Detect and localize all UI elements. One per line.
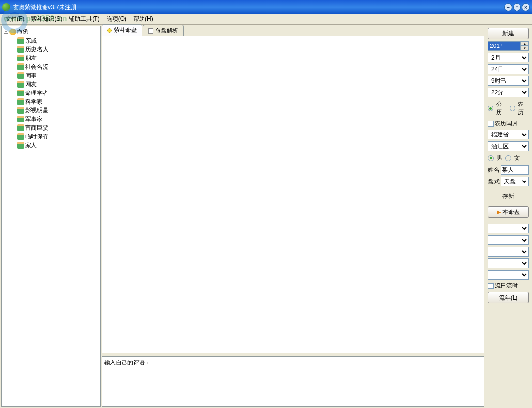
tabs: 紫斗命盘 命盘解析 (102, 26, 484, 36)
tree-item-label: 网友 (25, 80, 37, 88)
main-plate-label: 本命盘 (502, 208, 520, 216)
year-value[interactable]: 2017 (488, 41, 521, 51)
tree-item-3[interactable]: 社会名流 (16, 62, 99, 71)
tree-root[interactable]: - 命例 (3, 27, 99, 36)
comment-input[interactable] (102, 356, 484, 407)
tree-item-10[interactable]: 富商巨贾 (16, 123, 99, 132)
extra-select-2[interactable] (488, 235, 529, 245)
district-select[interactable]: 涵江区 (488, 141, 529, 151)
menu-help[interactable]: 帮助(H) (130, 14, 156, 24)
menu-file[interactable]: 文件(F) (2, 14, 27, 24)
tab-analysis-label: 命盘解析 (155, 27, 178, 35)
file-icon (148, 28, 153, 34)
solar-radio[interactable] (488, 106, 493, 111)
plate-select[interactable]: 天盘 (501, 177, 529, 186)
tree-item-5[interactable]: 网友 (16, 80, 99, 89)
menu-tools[interactable]: 辅助工具(T) (66, 14, 102, 24)
day-select[interactable]: 24日 (488, 64, 529, 74)
name-input[interactable] (501, 165, 529, 175)
tree-item-11[interactable]: 临时保存 (16, 132, 99, 141)
tree-item-2[interactable]: 朋友 (16, 54, 99, 62)
extra-select-5[interactable] (488, 270, 529, 280)
leap-label: 农历闰月 (495, 120, 518, 128)
tree-item-6[interactable]: 命理学者 (16, 89, 99, 97)
flow-label: 流日流时 (495, 282, 518, 290)
menu-options[interactable]: 选项(O) (104, 14, 129, 24)
person-icon (17, 37, 24, 44)
close-button[interactable]: × (522, 3, 530, 11)
window-title: 玄奥紫微推命v3.7未注册 (13, 3, 504, 12)
minute-select[interactable]: 22分 (488, 88, 529, 97)
person-icon (17, 81, 24, 88)
tree-item-9[interactable]: 军事家 (16, 115, 99, 123)
person-icon (17, 133, 24, 140)
tab-zidou-label: 紫斗命盘 (114, 26, 137, 34)
solar-label: 公历 (496, 100, 507, 117)
extra-select-4[interactable] (488, 258, 529, 268)
tree-item-7[interactable]: 科学家 (16, 97, 99, 106)
tree-item-label: 同事 (25, 72, 37, 79)
year-down[interactable]: ▼ (521, 46, 529, 51)
tree-item-label: 亲戚 (25, 37, 37, 45)
year-up[interactable]: ▲ (521, 41, 529, 46)
flow-checkbox[interactable] (488, 283, 494, 289)
save-new-label[interactable]: 存新 (488, 192, 529, 200)
name-label: 姓名 (488, 166, 500, 174)
person-icon (17, 72, 24, 79)
tree-item-label: 社会名流 (25, 63, 48, 71)
extra-select-3[interactable] (488, 247, 529, 257)
tree-item-label: 朋友 (25, 54, 37, 62)
minimize-button[interactable]: – (504, 3, 512, 11)
chart-area (102, 36, 484, 353)
person-icon (17, 98, 24, 105)
flow-row: 流日流时 (488, 282, 529, 290)
new-button[interactable]: 新建 (488, 28, 529, 39)
menu-knowledge[interactable]: 紫斗知识(S) (28, 14, 65, 24)
lunar-label: 农历 (518, 100, 529, 117)
person-icon (17, 124, 24, 131)
app-icon (2, 3, 10, 11)
month-select[interactable]: 2月 (488, 53, 529, 62)
person-icon (17, 55, 24, 61)
tree-item-label: 家人 (25, 141, 37, 149)
right-panel: 新建 2017 ▲ ▼ 2月 24日 9时巳 22分 (485, 25, 532, 408)
hour-select[interactable]: 9时巳 (488, 76, 529, 86)
tree-item-label: 临时保存 (25, 133, 48, 140)
tree-item-label: 军事家 (25, 115, 43, 123)
tab-zidou[interactable]: 紫斗命盘 (102, 24, 142, 36)
year-spinner[interactable]: 2017 ▲ ▼ (488, 41, 529, 51)
leap-row: 农历闰月 (488, 120, 529, 128)
tree-item-4[interactable]: 同事 (16, 71, 99, 80)
tree-item-12[interactable]: 家人 (16, 141, 99, 150)
female-label: 女 (514, 154, 520, 162)
tree-item-label: 命理学者 (25, 89, 48, 97)
tree-item-label: 历史名人 (25, 45, 48, 53)
province-select[interactable]: 福建省 (488, 130, 529, 139)
male-radio[interactable] (488, 155, 494, 161)
person-icon (17, 116, 24, 122)
plate-label: 盘式 (488, 178, 500, 186)
sun-icon (107, 28, 112, 33)
tree-item-1[interactable]: 历史名人 (16, 45, 99, 54)
tree-panel[interactable]: - 命例 亲戚历史名人朋友社会名流同事网友命理学者科学家影视明星军事家富商巨贾临… (1, 26, 101, 407)
extra-select-1[interactable] (488, 224, 529, 233)
play-icon: ▶ (497, 209, 501, 215)
main-plate-button[interactable]: ▶ 本命盘 (488, 206, 529, 218)
lunar-radio[interactable] (510, 106, 515, 111)
tree-root-icon (9, 29, 16, 35)
person-icon (17, 90, 24, 96)
person-icon (17, 107, 24, 114)
maximize-button[interactable]: □ (513, 3, 521, 11)
tree-collapse-icon[interactable]: - (4, 30, 8, 34)
person-icon (17, 63, 24, 70)
tab-analysis[interactable]: 命盘解析 (143, 25, 184, 36)
leap-checkbox[interactable] (488, 121, 494, 127)
female-radio[interactable] (505, 155, 511, 161)
tree-root-label: 命例 (17, 28, 29, 36)
tree-item-label: 富商巨贾 (25, 124, 48, 132)
person-icon (17, 46, 24, 53)
tree-item-0[interactable]: 亲戚 (16, 36, 99, 45)
tree-item-8[interactable]: 影视明星 (16, 106, 99, 115)
flow-year-button[interactable]: 流年(L) (488, 292, 529, 303)
tree-item-label: 科学家 (25, 98, 43, 106)
